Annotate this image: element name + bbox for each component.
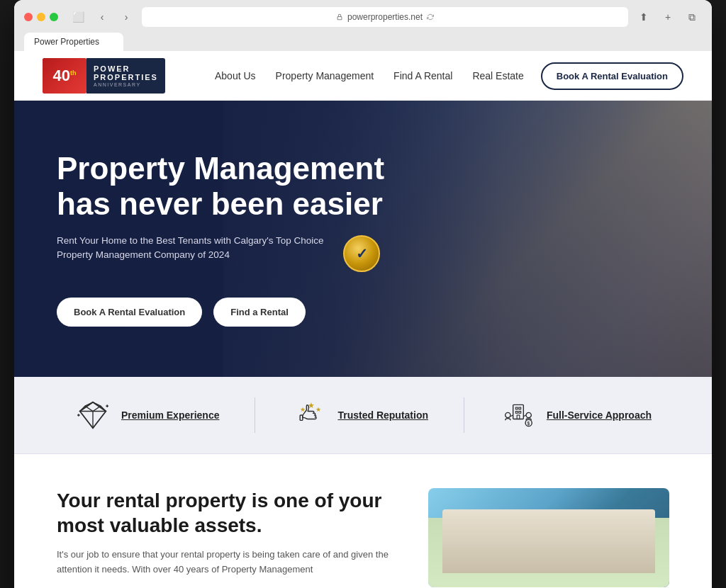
- traffic-lights: [24, 13, 58, 21]
- browser-actions: ⬆ + ⧉: [634, 9, 702, 25]
- browser-window: ⬜ ‹ › powerproperties.net ⬆ + ⧉: [14, 0, 712, 588]
- share-button[interactable]: ⬆: [634, 9, 654, 25]
- badge-checkmark: ✓: [356, 245, 368, 262]
- main-section: Your rental property is one of your most…: [14, 454, 712, 588]
- nav-book-evaluation-button[interactable]: Book A Rental Evaluation: [541, 62, 683, 90]
- feature-trusted: ★ ★ ★ Trusted Reputation: [291, 397, 428, 434]
- main-nav: 40th POWER PROPERTIES ANNIVERSARY About …: [14, 51, 712, 101]
- nav-item-property[interactable]: Property Management: [276, 69, 374, 82]
- logo-power: POWER: [94, 64, 158, 73]
- premium-icon: [74, 397, 111, 434]
- address-bar[interactable]: powerproperties.net: [142, 7, 628, 27]
- nav-link-about[interactable]: About Us: [215, 70, 256, 81]
- feature-divider-1: [255, 397, 255, 433]
- logo-anniversary: ANNIVERSARY: [94, 82, 158, 87]
- svg-point-17: [526, 412, 531, 417]
- trusted-label[interactable]: Trusted Reputation: [337, 409, 428, 421]
- hero-content: Property Management has never been easie…: [14, 151, 427, 327]
- sidebar-toggle-button[interactable]: ⬜: [68, 9, 88, 25]
- premium-label[interactable]: Premium Experience: [121, 409, 220, 421]
- active-tab[interactable]: Power Properties: [24, 33, 123, 51]
- nav-item-about[interactable]: About Us: [215, 69, 256, 82]
- lock-icon: [336, 13, 343, 21]
- svg-rect-10: [513, 405, 524, 419]
- svg-rect-0: [337, 17, 342, 20]
- feature-divider-2: [464, 397, 464, 433]
- logo-box: 40th: [43, 58, 86, 94]
- close-button-traffic[interactable]: [24, 13, 33, 21]
- trusted-icon: ★ ★ ★: [291, 397, 328, 434]
- nav-links: About Us Property Management Find A Rent…: [215, 69, 524, 82]
- hero-buttons: Book A Rental Evaluation Find a Rental: [57, 298, 384, 327]
- nav-item-rental[interactable]: Find A Rental: [393, 69, 452, 82]
- svg-text:★: ★: [316, 406, 322, 413]
- section-title: Your rental property is one of your most…: [57, 488, 400, 538]
- svg-rect-14: [519, 412, 521, 414]
- browser-chrome: ⬜ ‹ › powerproperties.net ⬆ + ⧉: [14, 0, 712, 51]
- maximize-button-traffic[interactable]: [50, 13, 58, 21]
- hero-subtitle: Rent Your Home to the Best Tenants with …: [57, 234, 333, 263]
- back-button[interactable]: ‹: [92, 9, 112, 25]
- section-desc: It's our job to ensure that your rental …: [57, 548, 400, 577]
- hero-section: Property Management has never been easie…: [14, 101, 712, 377]
- hero-title: Property Management has never been easie…: [57, 151, 384, 222]
- forward-button[interactable]: ›: [116, 9, 136, 25]
- svg-rect-15: [517, 415, 520, 419]
- logo-40-text: 40th: [53, 68, 77, 84]
- tab-label: Power Properties: [34, 37, 99, 47]
- nav-item-realestate[interactable]: Real Estate: [472, 69, 523, 82]
- nav-link-realestate[interactable]: Real Estate: [472, 70, 523, 81]
- refresh-icon[interactable]: [427, 13, 434, 21]
- browser-tabs: Power Properties: [24, 33, 702, 51]
- svg-rect-9: [301, 415, 303, 420]
- logo-text-block: POWER PROPERTIES ANNIVERSARY: [86, 58, 165, 94]
- features-bar: Premium Experience ★ ★ ★ Trust: [14, 377, 712, 454]
- tabs-overview-button[interactable]: ⧉: [682, 9, 702, 25]
- fullservice-label[interactable]: Full-Service Approach: [547, 409, 652, 421]
- logo-properties: PROPERTIES: [94, 73, 158, 81]
- site-content: 40th POWER PROPERTIES ANNIVERSARY About …: [14, 51, 712, 588]
- svg-text:$: $: [527, 421, 530, 426]
- minimize-button-traffic[interactable]: [37, 13, 45, 21]
- nav-link-rental[interactable]: Find A Rental: [393, 70, 452, 81]
- award-badge: ✓: [343, 235, 380, 272]
- url-display: powerproperties.net: [347, 12, 423, 22]
- browser-controls: ⬜ ‹ ›: [68, 9, 136, 25]
- svg-point-16: [506, 412, 510, 417]
- hero-subtitle-wrapper: Rent Your Home to the Best Tenants with …: [57, 234, 380, 278]
- feature-premium: Premium Experience: [74, 397, 220, 434]
- hero-find-rental-button[interactable]: Find a Rental: [213, 298, 306, 327]
- new-tab-button[interactable]: +: [658, 9, 678, 25]
- svg-rect-12: [519, 407, 521, 409]
- hero-book-evaluation-button[interactable]: Book A Rental Evaluation: [57, 298, 202, 327]
- nav-link-property[interactable]: Property Management: [276, 70, 374, 81]
- section-property-image: [428, 488, 669, 587]
- svg-rect-13: [515, 412, 518, 414]
- section-text: Your rental property is one of your most…: [57, 488, 400, 577]
- feature-fullservice: $ Full-Service Approach: [500, 397, 652, 434]
- fullservice-icon: $: [500, 397, 537, 434]
- svg-rect-11: [515, 407, 518, 409]
- site-logo[interactable]: 40th POWER PROPERTIES ANNIVERSARY: [43, 58, 165, 94]
